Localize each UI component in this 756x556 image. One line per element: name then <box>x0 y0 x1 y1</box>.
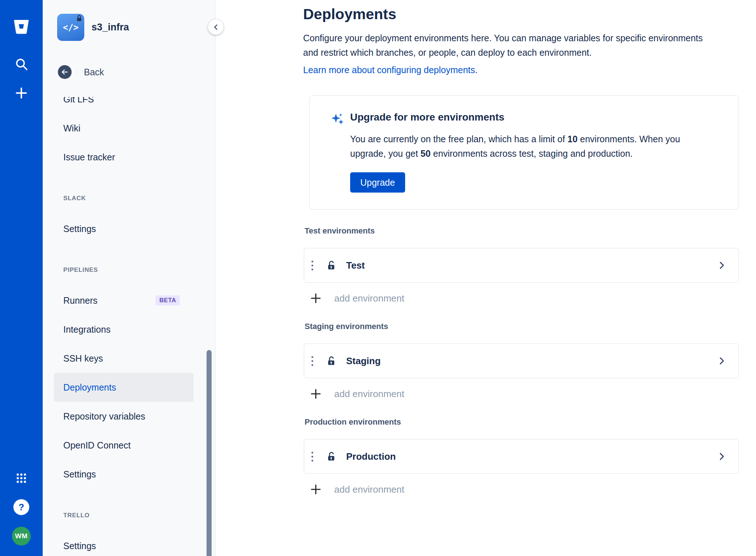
environment-name: Test <box>346 260 365 271</box>
sidebar-item-label: Deployments <box>63 382 116 393</box>
add-environment-label: add environment <box>334 484 404 495</box>
sidebar-item-label: Repository variables <box>63 411 145 422</box>
upgrade-card: Upgrade for more environments You are cu… <box>309 95 739 210</box>
environment-row-staging[interactable]: Staging <box>304 344 739 378</box>
plus-icon <box>309 291 323 305</box>
sidebar-heading-slack: SLACK <box>43 188 215 208</box>
help-icon[interactable]: ? <box>0 497 43 517</box>
sidebar-item-ssh-keys[interactable]: SSH keys <box>54 344 194 373</box>
plus-icon <box>309 387 323 401</box>
add-environment-label: add environment <box>334 293 404 304</box>
card-body-text: environments across test, staging and pr… <box>430 148 633 159</box>
sidebar-item-repository-variables[interactable]: Repository variables <box>54 402 194 431</box>
sidebar-item-trello-settings[interactable]: Settings <box>54 531 194 556</box>
sidebar-item-slack-settings[interactable]: Settings <box>54 214 194 243</box>
sidebar-item-label: OpenID Connect <box>63 440 131 451</box>
environment-name: Production <box>346 451 396 462</box>
repo-name: s3_infra <box>92 22 129 33</box>
sidebar-scrollbar[interactable] <box>207 350 212 556</box>
sidebar-item-label: Runners <box>63 295 98 306</box>
sidebar-item-label: Settings <box>63 541 96 551</box>
sidebar-item-git-lfs[interactable]: Git LFS <box>54 97 194 114</box>
environment-name: Staging <box>346 355 381 367</box>
user-avatar[interactable]: WM <box>0 526 43 547</box>
page-title: Deployments <box>303 6 740 23</box>
back-button[interactable]: Back <box>58 65 104 79</box>
sidebar-collapse-button[interactable] <box>208 19 224 35</box>
add-environment-production[interactable]: add environment <box>309 483 404 496</box>
sidebar-item-label: Issue tracker <box>63 152 115 163</box>
sidebar-heading-trello: TRELLO <box>43 505 215 526</box>
sidebar-item-label: SSH keys <box>63 353 103 364</box>
app-switcher-icon[interactable] <box>0 469 43 487</box>
sidebar-item-label: Integrations <box>63 324 111 335</box>
page-description: Configure your deployment environments h… <box>303 31 703 60</box>
back-label: Back <box>84 67 104 77</box>
paid-limit: 50 <box>421 148 431 159</box>
sidebar-item-issue-tracker[interactable]: Issue tracker <box>54 143 194 172</box>
unlock-icon <box>326 355 337 366</box>
drag-handle-icon[interactable] <box>304 439 320 473</box>
learn-more-line: Learn more about configuring deployments… <box>303 63 740 77</box>
free-limit: 10 <box>568 134 578 144</box>
sidebar-item-pipelines-settings[interactable]: Settings <box>54 460 194 489</box>
unlock-icon <box>326 260 337 271</box>
upgrade-card-body: You are currently on the free plan, whic… <box>350 132 715 161</box>
add-environment-staging[interactable]: add environment <box>309 387 404 401</box>
environment-row-production[interactable]: Production <box>304 439 739 474</box>
global-nav: ? WM <box>0 0 43 556</box>
repo-avatar: </> <box>57 14 84 41</box>
repo-sidebar: </> s3_infra Back Git LFS Wiki <box>43 0 216 556</box>
learn-more-suffix: . <box>475 65 477 75</box>
chevron-left-icon <box>212 23 220 31</box>
create-icon[interactable] <box>0 84 43 102</box>
environment-row-test[interactable]: Test <box>304 248 739 283</box>
sidebar-heading-pipelines: PIPELINES <box>43 260 215 280</box>
sidebar-item-label: Settings <box>63 469 96 480</box>
learn-more-link[interactable]: Learn more about configuring deployments <box>303 65 475 75</box>
bitbucket-logo-icon[interactable] <box>0 15 43 38</box>
add-environment-label: add environment <box>334 388 404 400</box>
drag-handle-icon[interactable] <box>304 344 320 378</box>
search-icon[interactable] <box>0 55 43 73</box>
upgrade-button[interactable]: Upgrade <box>350 172 405 193</box>
chevron-right-icon[interactable] <box>717 260 727 272</box>
sidebar-item-wiki[interactable]: Wiki <box>54 114 194 143</box>
section-label-production: Production environments <box>305 417 740 427</box>
chevron-right-icon[interactable] <box>717 451 727 463</box>
lock-icon <box>75 14 83 22</box>
repo-avatar-glyph: </> <box>63 22 78 33</box>
sidebar-item-label: Settings <box>63 224 96 234</box>
plus-icon <box>309 483 323 496</box>
sidebar-item-integrations[interactable]: Integrations <box>54 315 194 344</box>
chevron-right-icon[interactable] <box>717 356 727 367</box>
add-environment-test[interactable]: add environment <box>309 291 404 305</box>
beta-badge: BETA <box>156 295 180 306</box>
unlock-icon <box>326 451 337 462</box>
drag-handle-icon[interactable] <box>304 248 320 282</box>
sidebar-scroll-area: Git LFS Wiki Issue tracker SLACK Setting… <box>43 97 215 556</box>
sparkle-icon <box>330 111 345 128</box>
deployments-page: Deployments Configure your deployment en… <box>216 0 756 556</box>
card-body-text: You are currently on the free plan, whic… <box>350 134 568 144</box>
back-arrow-icon <box>58 65 72 79</box>
sidebar-item-label: Wiki <box>63 123 80 134</box>
section-label-test: Test environments <box>305 226 740 236</box>
avatar-initials: WM <box>12 527 31 546</box>
sidebar-item-deployments[interactable]: Deployments <box>54 373 194 402</box>
section-label-staging: Staging environments <box>305 322 740 331</box>
upgrade-card-title: Upgrade for more environments <box>350 111 724 123</box>
sidebar-header: </> s3_infra Back <box>43 0 215 97</box>
help-glyph: ? <box>13 499 29 515</box>
sidebar-item-label: Git LFS <box>63 97 94 105</box>
sidebar-item-openid-connect[interactable]: OpenID Connect <box>54 431 194 460</box>
sidebar-item-runners[interactable]: Runners BETA <box>54 286 194 315</box>
